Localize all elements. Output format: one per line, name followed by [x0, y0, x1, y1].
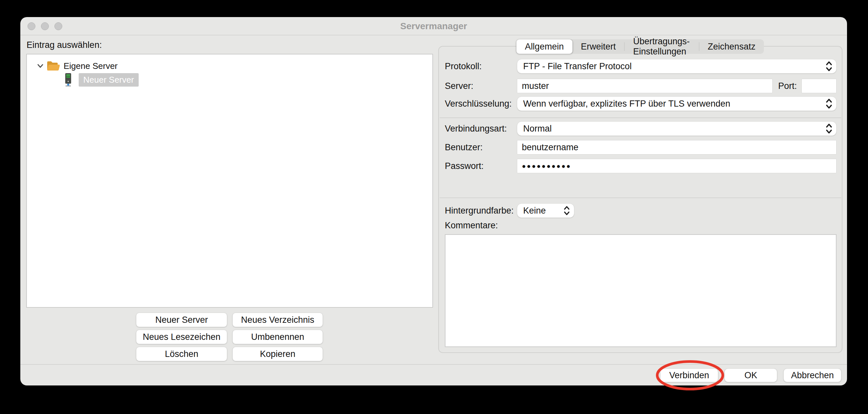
new-directory-button[interactable]: Neues Verzeichnis [232, 313, 323, 327]
password-row: Passwort: [439, 159, 842, 173]
server-icon [61, 73, 75, 87]
titlebar: Servermanager [20, 17, 847, 35]
encryption-row: Verschlüsselung: Wenn verfügbar, explizi… [439, 96, 842, 111]
tab-uebertragungs-einstellungen[interactable]: Übertragungs-Einstellungen [625, 39, 699, 54]
updown-stepper-icon [822, 96, 836, 111]
comments-textarea[interactable] [445, 234, 837, 347]
logon-type-value: Normal [523, 124, 822, 134]
ok-button[interactable]: OK [724, 368, 777, 382]
tree-action-buttons: Neuer Server Neues Verzeichnis Neues Les… [136, 313, 323, 361]
comments-label: Kommentare: [445, 220, 498, 231]
dialog-buttons: Verbinden OK Abbrechen [660, 368, 841, 382]
background-color-label: Hintergrundfarbe: [445, 203, 514, 218]
rename-button[interactable]: Umbenennen [232, 330, 323, 344]
user-label: Benutzer: [445, 140, 483, 154]
updown-stepper-icon [822, 59, 836, 73]
tab-allgemein[interactable]: Allgemein [516, 39, 572, 54]
tree-row-eigene-server[interactable]: Eigene Server [35, 59, 118, 73]
server-input[interactable] [517, 79, 773, 93]
encryption-value: Wenn verfügbar, explizites FTP über TLS … [523, 99, 822, 109]
chevron-down-icon[interactable] [35, 59, 46, 73]
user-row: Benutzer: [439, 140, 842, 154]
protocol-select[interactable]: FTP - File Transfer Protocol [517, 59, 837, 73]
copy-button[interactable]: Kopieren [232, 347, 323, 361]
protocol-label: Protokoll: [445, 59, 482, 73]
logon-type-select[interactable]: Normal [517, 121, 837, 136]
cancel-button[interactable]: Abbrechen [783, 368, 841, 382]
server-row: Server: Port: [439, 79, 842, 93]
port-input[interactable] [802, 79, 837, 93]
section-divider [440, 198, 841, 198]
connect-button[interactable]: Verbinden [660, 368, 718, 382]
selected-row-highlight[interactable]: Neuer Server [79, 73, 138, 87]
window-title: Servermanager [20, 17, 847, 35]
protocol-value: FTP - File Transfer Protocol [523, 61, 822, 71]
tree-server-label: Neuer Server [83, 75, 134, 85]
password-input[interactable] [517, 159, 837, 173]
footer-divider [20, 364, 847, 365]
password-label: Passwort: [445, 159, 484, 173]
settings-panel: Protokoll: FTP - File Transfer Protocol … [438, 46, 842, 353]
background-color-select[interactable]: Keine [517, 203, 574, 218]
updown-stepper-icon [822, 121, 836, 136]
user-input[interactable] [517, 140, 837, 154]
encryption-label: Verschlüsselung: [445, 96, 512, 111]
settings-tabbar: Allgemein Erweitert Übertragungs-Einstel… [516, 39, 764, 54]
tree-row-neuer-server[interactable]: Neuer Server [61, 73, 138, 87]
tab-erweitert[interactable]: Erweitert [572, 39, 624, 54]
server-tree[interactable]: Eigene Server Neuer Server [26, 54, 433, 308]
section-divider [440, 117, 841, 118]
screenshot-background: Servermanager Eintrag auswählen: Eigene … [0, 0, 868, 414]
tree-folder-label: Eigene Server [64, 61, 118, 71]
new-bookmark-button[interactable]: Neues Lesezeichen [136, 330, 227, 344]
logon-type-label: Verbindungsart: [445, 121, 507, 136]
tab-zeichensatz[interactable]: Zeichensatz [699, 39, 764, 54]
background-color-row: Hintergrundfarbe: Keine [439, 203, 842, 218]
servermanager-window: Servermanager Eintrag auswählen: Eigene … [20, 17, 847, 385]
background-color-value: Keine [523, 206, 560, 216]
new-server-button[interactable]: Neuer Server [136, 313, 227, 327]
folder-icon [46, 59, 60, 73]
port-label: Port: [778, 79, 797, 93]
updown-stepper-icon [560, 203, 574, 218]
server-label: Server: [445, 79, 473, 93]
logon-type-row: Verbindungsart: Normal [439, 121, 842, 136]
delete-button[interactable]: Löschen [136, 347, 227, 361]
select-entry-label: Eintrag auswählen: [27, 40, 102, 50]
encryption-select[interactable]: Wenn verfügbar, explizites FTP über TLS … [517, 96, 837, 111]
protocol-row: Protokoll: FTP - File Transfer Protocol [439, 59, 842, 73]
